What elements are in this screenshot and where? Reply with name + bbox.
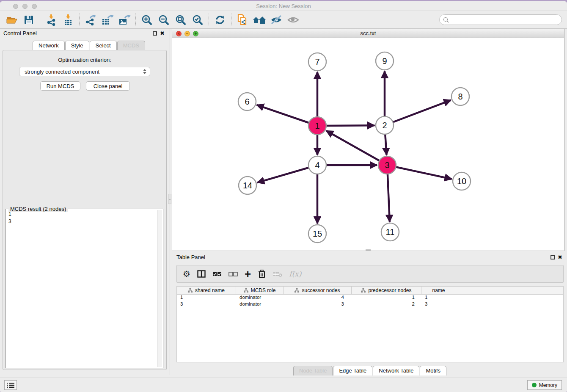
network-minimize-icon[interactable]: −	[184, 31, 190, 36]
graph-node-label: 10	[457, 177, 466, 186]
function-builder-icon: f(x)	[289, 270, 301, 278]
global-search[interactable]	[439, 14, 562, 25]
save-session-button[interactable]	[20, 13, 37, 27]
tab-motifs[interactable]: Motifs	[420, 366, 446, 375]
tab-mcds[interactable]: MCDS	[117, 41, 145, 50]
dropdown-stepper-icon	[143, 69, 146, 74]
delete-columns-trash-icon[interactable]	[258, 269, 266, 279]
add-column-icon[interactable]: +	[245, 270, 251, 278]
graph-node-6[interactable]: 6	[238, 93, 256, 110]
zoom-in-icon	[141, 14, 152, 25]
graph-node-3[interactable]: 3	[378, 156, 396, 174]
graph-edge-1-6[interactable]	[257, 105, 317, 126]
header-filler	[456, 287, 563, 294]
run-mcds-button[interactable]: Run MCDS	[40, 81, 80, 91]
export-network-button[interactable]	[82, 13, 99, 27]
network-window-titlebar: × − + scc.txt	[172, 29, 564, 38]
tab-style[interactable]: Style	[65, 41, 89, 50]
table-panel-close-icon[interactable]: ✖	[558, 255, 562, 260]
table-panel-title: Table Panel	[176, 254, 205, 260]
network-view-window: × − + scc.txt 7968124314101511	[172, 29, 564, 251]
zoom-in-button[interactable]	[138, 13, 155, 27]
memory-button[interactable]: Memory	[527, 380, 562, 390]
graph-node-7[interactable]: 7	[308, 53, 326, 71]
column-header-successor-nodes[interactable]: successor nodes	[284, 287, 352, 294]
open-session-button[interactable]	[3, 13, 20, 27]
graph-edge-3-10[interactable]	[387, 165, 452, 179]
result-scrollbar[interactable]	[157, 210, 162, 367]
column-type-icon	[361, 288, 366, 293]
show-all-button[interactable]	[285, 13, 302, 27]
graph-node-1[interactable]: 1	[308, 117, 326, 135]
tab-edge-table[interactable]: Edge Table	[333, 366, 372, 375]
copy-network-button[interactable]	[234, 13, 251, 27]
memory-status-icon	[532, 383, 537, 387]
table-mode-gear-icon[interactable]: ⚙	[183, 269, 190, 279]
graph-node-4[interactable]: 4	[308, 156, 326, 174]
column-header-name[interactable]: name	[421, 287, 456, 294]
graph-node-10[interactable]: 10	[453, 172, 471, 190]
mcds-panel: Optimization criterion: strongly connect…	[3, 50, 167, 370]
graph-node-8[interactable]: 8	[451, 88, 469, 105]
select-all-icon[interactable]	[212, 271, 222, 277]
refresh-icon	[215, 14, 226, 25]
graph-node-11[interactable]: 11	[381, 223, 399, 241]
export-table-button[interactable]	[99, 13, 116, 27]
graph-node-label: 14	[243, 181, 252, 190]
network-canvas[interactable]: 7968124314101511	[172, 38, 564, 251]
panel-divider-handle[interactable]	[168, 194, 171, 204]
column-header-shared-name[interactable]: shared name	[177, 287, 236, 294]
graph-node-14[interactable]: 14	[239, 177, 256, 194]
graph-node-label: 2	[382, 121, 387, 130]
column-header-mcds-role[interactable]: MCDS role	[236, 287, 284, 294]
import-table-button[interactable]	[60, 13, 77, 27]
network-graph[interactable]: 7968124314101511	[172, 38, 564, 251]
graph-node-15[interactable]: 15	[308, 225, 326, 243]
window-title: Session: New Session	[0, 1, 567, 11]
graph-node-2[interactable]: 2	[376, 116, 394, 134]
eye-icon	[287, 15, 300, 25]
task-history-button[interactable]	[4, 380, 17, 390]
export-table-icon	[101, 14, 114, 26]
graph-node-9[interactable]: 9	[376, 52, 394, 70]
tab-select[interactable]: Select	[90, 41, 117, 50]
search-input[interactable]	[451, 17, 561, 23]
optimization-criterion-select[interactable]: strongly connected component	[19, 67, 150, 76]
window-zoom-button[interactable]	[32, 4, 37, 9]
export-image-button[interactable]	[116, 13, 133, 27]
zoom-selected-button[interactable]	[189, 13, 206, 27]
home-view-button[interactable]	[251, 13, 268, 27]
unselect-all-icon[interactable]	[228, 271, 238, 277]
tab-node-table[interactable]: Node Table	[293, 366, 333, 375]
mcds-result-list: 1 3	[7, 210, 157, 367]
graph-edge-2-8[interactable]	[385, 100, 451, 125]
panel-resize-handle[interactable]	[366, 249, 371, 251]
node-table-header: shared name MCDS role successor nodes pr…	[177, 287, 563, 295]
window-close-button[interactable]	[13, 4, 18, 9]
control-panel-close-icon[interactable]: ✖	[160, 31, 165, 36]
tab-network[interactable]: Network	[33, 41, 65, 50]
graph-edge-3-1[interactable]	[326, 131, 387, 165]
table-row[interactable]: 3 dominator 3 2 3	[177, 301, 563, 308]
window-minimize-button[interactable]	[22, 4, 28, 9]
copy-network-icon	[237, 14, 248, 26]
zoom-fit-button[interactable]	[172, 13, 189, 27]
network-window-title: scc.txt	[172, 29, 564, 38]
column-header-predecessor-nodes[interactable]: predecessor nodes	[352, 287, 421, 294]
close-panel-button[interactable]: Close panel	[86, 81, 130, 91]
hide-selected-button[interactable]	[268, 13, 285, 27]
zoom-out-button[interactable]	[155, 13, 172, 27]
import-network-button[interactable]	[43, 13, 60, 27]
tab-network-table[interactable]: Network Table	[373, 366, 419, 375]
refresh-view-button[interactable]	[212, 13, 228, 27]
search-icon	[443, 17, 449, 23]
network-maximize-icon[interactable]: +	[193, 31, 198, 36]
zoom-out-icon	[158, 14, 169, 25]
control-panel-float-icon[interactable]	[153, 31, 157, 36]
table-row[interactable]: 1 dominator 4 1 1	[177, 295, 563, 301]
table-panel-float-icon[interactable]	[550, 255, 555, 259]
graph-node-label: 3	[385, 160, 389, 170]
show-columns-icon[interactable]	[197, 270, 206, 278]
network-close-icon[interactable]: ×	[176, 31, 182, 36]
column-type-icon	[188, 288, 193, 293]
